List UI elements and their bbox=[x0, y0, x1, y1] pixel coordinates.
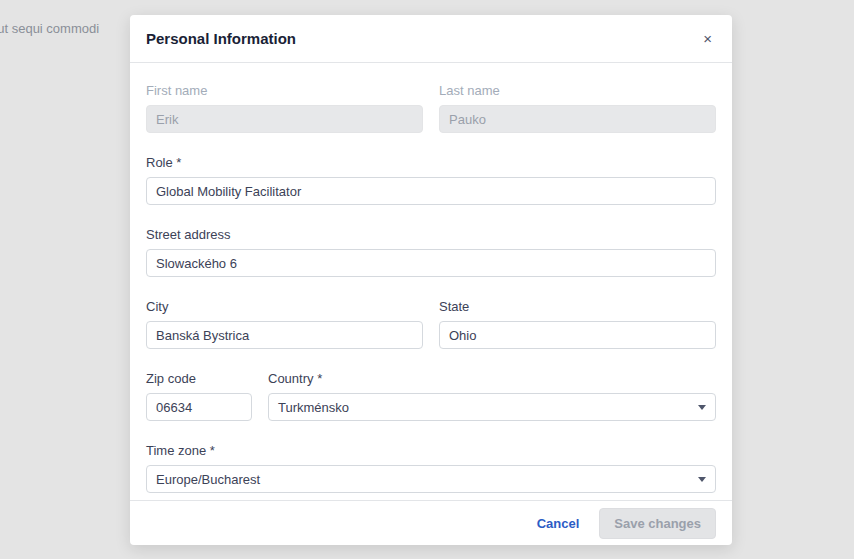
role-label: Role * bbox=[146, 155, 716, 170]
zip-code-input[interactable] bbox=[146, 393, 252, 421]
role-row: Role * bbox=[146, 155, 716, 205]
state-label: State bbox=[439, 299, 716, 314]
time-zone-select-value: Europe/Bucharest bbox=[156, 472, 260, 487]
role-input[interactable] bbox=[146, 177, 716, 205]
city-state-row: City State bbox=[146, 299, 716, 349]
modal-footer: Cancel Save changes bbox=[130, 500, 732, 545]
background-page-text: aut sequi commodi bbox=[0, 21, 99, 36]
last-name-input bbox=[439, 105, 716, 133]
name-row: First name Last name bbox=[146, 83, 716, 133]
first-name-label: First name bbox=[146, 83, 423, 98]
personal-information-modal: Personal Information × First name Last n… bbox=[130, 15, 732, 545]
last-name-field-group: Last name bbox=[439, 83, 716, 133]
close-icon[interactable]: × bbox=[699, 27, 716, 50]
timezone-row: Time zone * Europe/Bucharest bbox=[146, 443, 716, 493]
chevron-down-icon bbox=[698, 405, 706, 410]
modal-title: Personal Information bbox=[146, 30, 296, 47]
chevron-down-icon bbox=[698, 477, 706, 482]
street-address-input[interactable] bbox=[146, 249, 716, 277]
modal-header: Personal Information × bbox=[130, 15, 732, 63]
country-label: Country * bbox=[268, 371, 716, 386]
city-input[interactable] bbox=[146, 321, 423, 349]
save-changes-button[interactable]: Save changes bbox=[599, 508, 716, 539]
country-select[interactable]: Turkménsko bbox=[268, 393, 716, 421]
street-row: Street address bbox=[146, 227, 716, 277]
last-name-label: Last name bbox=[439, 83, 716, 98]
state-input[interactable] bbox=[439, 321, 716, 349]
zip-country-row: Zip code Country * Turkménsko bbox=[146, 371, 716, 421]
timezone-field-group: Time zone * Europe/Bucharest bbox=[146, 443, 716, 493]
state-field-group: State bbox=[439, 299, 716, 349]
country-select-value: Turkménsko bbox=[278, 400, 349, 415]
time-zone-select[interactable]: Europe/Bucharest bbox=[146, 465, 716, 493]
street-address-label: Street address bbox=[146, 227, 716, 242]
modal-body: First name Last name Role * Street addre… bbox=[130, 63, 732, 500]
first-name-input bbox=[146, 105, 423, 133]
role-field-group: Role * bbox=[146, 155, 716, 205]
time-zone-label: Time zone * bbox=[146, 443, 716, 458]
cancel-button[interactable]: Cancel bbox=[537, 516, 580, 531]
zip-field-group: Zip code bbox=[146, 371, 252, 421]
city-field-group: City bbox=[146, 299, 423, 349]
street-field-group: Street address bbox=[146, 227, 716, 277]
city-label: City bbox=[146, 299, 423, 314]
zip-code-label: Zip code bbox=[146, 371, 252, 386]
first-name-field-group: First name bbox=[146, 83, 423, 133]
country-field-group: Country * Turkménsko bbox=[268, 371, 716, 421]
